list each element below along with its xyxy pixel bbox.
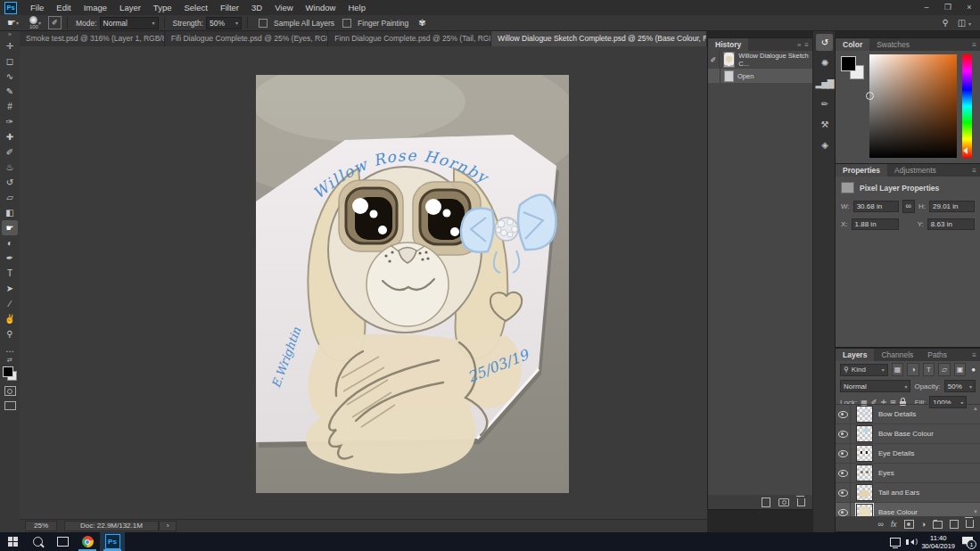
canvas-pasteboard[interactable]: Willow Rose Hornby E.Wrightin 25/03/19 (20, 46, 707, 520)
history-snapshot-row[interactable]: ✐ Willow Dialogue Sketch C... (708, 51, 812, 69)
screen-mode-icon[interactable] (4, 401, 16, 410)
tool-move[interactable]: ✛ (2, 38, 18, 53)
document-tab[interactable]: Finn Dialogue Complete.psd @ 25% (Tail, … (328, 30, 491, 46)
tab-swatches[interactable]: Swatches (869, 38, 917, 51)
height-field[interactable]: 29.01 in (929, 201, 975, 212)
y-field[interactable]: 8.63 in (927, 218, 975, 230)
photoshop-taskbar-button[interactable]: Ps (100, 532, 125, 551)
mode-select[interactable]: Normal▾ (100, 17, 159, 29)
layer-style-icon[interactable]: fx (891, 520, 897, 529)
tool-hand[interactable]: ✌ (2, 311, 18, 326)
strength-select[interactable]: 50%▾ (206, 17, 242, 29)
tool-gradient[interactable]: ◧ (2, 205, 18, 220)
collapse-panel-icon[interactable]: » (797, 41, 801, 49)
swap-colors-icon[interactable]: ⇄ (0, 357, 20, 364)
zoom-level-field[interactable]: 25% (25, 521, 57, 531)
network-icon[interactable] (890, 538, 901, 547)
tab-layers[interactable]: Layers (836, 349, 874, 361)
start-button[interactable] (0, 532, 25, 551)
hue-slider-marker[interactable] (959, 147, 968, 154)
workspace-switcher-icon[interactable]: ◫ ▾ (958, 18, 971, 28)
tool-pen[interactable]: ✒ (2, 251, 18, 266)
color-fg-bg-swatches[interactable] (841, 56, 864, 79)
menu-item[interactable]: Layer (113, 0, 147, 15)
layer-row[interactable]: Tail and Ears (836, 483, 980, 503)
canvas-image[interactable]: Willow Rose Hornby E.Wrightin 25/03/19 (256, 75, 569, 493)
menu-item[interactable]: Edit (50, 0, 77, 15)
tool-eyedropper[interactable]: ✑ (2, 114, 18, 129)
filter-adjustment-layers-icon[interactable]: ◑ (907, 363, 918, 376)
tool-line[interactable]: ∕ (2, 296, 18, 311)
layer-visibility-toggle[interactable] (836, 405, 851, 424)
search-icon[interactable]: ⚲ (942, 18, 948, 28)
history-brush-source-icon[interactable]: ✐ (708, 51, 720, 69)
link-dimensions-icon[interactable]: ∞ (902, 200, 915, 213)
brush-preset-picker[interactable]: 100 (29, 16, 38, 29)
layer-visibility-toggle[interactable] (836, 444, 851, 463)
layer-visibility-toggle[interactable] (836, 483, 851, 502)
layer-row[interactable]: Eye Details (836, 444, 980, 464)
tool-type[interactable]: T (2, 266, 18, 281)
filter-pixel-layers-icon[interactable]: ▦ (892, 363, 903, 376)
tool-quick-selection[interactable]: ✎ (2, 84, 18, 99)
delete-layer-icon[interactable] (966, 520, 974, 528)
layer-visibility-toggle[interactable] (836, 503, 851, 516)
x-field[interactable]: 1.88 in (852, 218, 899, 230)
tool-eraser[interactable]: ▱ (2, 190, 18, 205)
tool-clone-stamp[interactable]: ♨ (2, 160, 18, 175)
close-button[interactable]: × (959, 0, 980, 15)
menu-item[interactable]: Image (78, 0, 113, 15)
panel-menu-icon[interactable]: ≡ (972, 41, 976, 49)
color-picker-cursor[interactable] (866, 92, 874, 100)
collapse-tools-icon[interactable]: » (0, 30, 20, 38)
tool-smudge[interactable]: ☛ (2, 220, 18, 235)
finger-painting-checkbox[interactable] (342, 19, 351, 28)
tool-spot-healing[interactable]: ✚ (2, 129, 18, 144)
foreground-color-swatch[interactable] (3, 366, 13, 377)
menu-item[interactable]: File (24, 0, 50, 15)
hue-slider[interactable] (962, 54, 972, 158)
volume-icon[interactable] (908, 539, 914, 545)
status-chevron-icon[interactable]: › (159, 521, 177, 531)
menu-item[interactable]: Select (177, 0, 213, 15)
layer-visibility-toggle[interactable] (836, 464, 851, 482)
panel-menu-icon[interactable]: ≡ (804, 41, 809, 49)
tool-lasso[interactable]: ∿ (2, 69, 18, 84)
foreground-color-swatch[interactable] (841, 56, 856, 71)
new-layer-icon[interactable] (950, 520, 959, 529)
dock-brush-settings-panel[interactable]: ✏ (816, 95, 833, 112)
dock-threed-panel[interactable]: ◈ (816, 136, 833, 153)
tool-marquee[interactable]: ◻ (2, 53, 18, 69)
sample-all-layers-checkbox[interactable] (259, 19, 268, 28)
toggle-brush-settings-icon[interactable]: ✐ (48, 16, 62, 29)
layer-visibility-toggle[interactable] (836, 424, 851, 443)
filter-toggle-icon[interactable]: ● (971, 366, 976, 374)
layer-row[interactable]: Eyes (836, 464, 980, 483)
tool-path-selection[interactable]: ➤ (2, 281, 18, 296)
document-tab[interactable]: Smoke test.psd @ 316% (Layer 1, RGB/8#) … (20, 30, 165, 46)
new-group-icon[interactable] (933, 521, 943, 529)
layer-thumbnail[interactable] (856, 425, 873, 442)
foreground-background-swatch[interactable] (3, 366, 17, 381)
adjustment-layer-icon[interactable]: ◑ (921, 520, 926, 529)
opacity-select[interactable]: 50%▾ (944, 380, 976, 392)
tab-channels[interactable]: Channels (874, 349, 920, 361)
history-source-checkbox[interactable] (708, 69, 721, 83)
new-snapshot-icon[interactable] (778, 498, 789, 506)
document-tab[interactable]: Fifi Dialogue Complete.psd @ 25% (Eyes, … (165, 30, 329, 46)
tab-properties[interactable]: Properties (836, 164, 887, 177)
delete-state-icon[interactable] (797, 498, 805, 506)
document-tab[interactable]: Willow Dialogue Sketch Complete.psd @ 25… (491, 30, 707, 46)
filter-type-layers-icon[interactable]: T (923, 363, 935, 376)
filter-kind-select[interactable]: ⚲ Kind ▾ (840, 364, 888, 376)
airbrush-icon[interactable]: ✾ (418, 18, 425, 28)
tab-history[interactable]: History (708, 38, 748, 51)
panel-menu-icon[interactable]: ≡ (972, 167, 976, 175)
tool-more[interactable]: … (2, 341, 18, 357)
tab-paths[interactable]: Paths (920, 349, 954, 361)
layer-thumbnail[interactable] (856, 406, 873, 423)
minimize-button[interactable]: – (916, 0, 937, 15)
dock-history-panel[interactable]: ↺ (816, 34, 833, 51)
new-document-from-state-icon[interactable] (762, 498, 770, 507)
menu-item[interactable]: Window (300, 0, 342, 15)
